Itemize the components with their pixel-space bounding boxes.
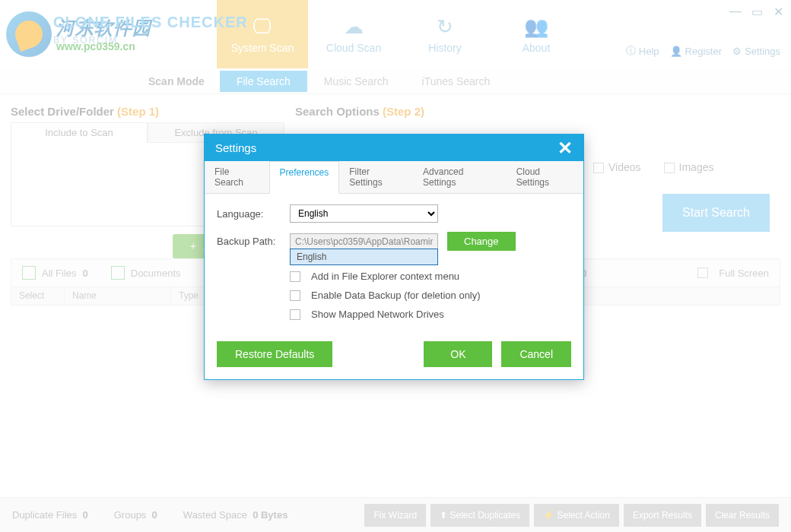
status-duplicate: Duplicate Files 0 <box>12 509 88 521</box>
chk-context-menu[interactable]: Add in File Explorer context menu <box>290 271 571 282</box>
filter-documents[interactable]: Documents <box>111 266 181 280</box>
user-icon: 👤 <box>670 46 682 57</box>
nav-system-scan[interactable]: 🖵 System Scan <box>217 0 308 68</box>
language-dropdown-list: English <box>290 249 438 265</box>
fullscreen-toggle[interactable]: Full Screen <box>697 268 769 279</box>
select-drive-title: Select Drive/Folder (Step 1) <box>11 105 284 118</box>
nav-label: Cloud Scan <box>326 42 381 54</box>
cloud-scan-icon: ☁ <box>344 15 364 39</box>
nav-label: System Scan <box>231 42 294 54</box>
chk-videos[interactable]: Videos <box>593 161 641 173</box>
checkbox-icon <box>697 268 708 278</box>
site-logo-icon <box>6 11 52 57</box>
backup-label: Backup Path: <box>217 236 281 247</box>
help-label: Help <box>639 46 659 57</box>
scanmode-music-search[interactable]: Music Search <box>307 71 405 92</box>
language-select[interactable]: English <box>290 204 438 223</box>
documents-label: Documents <box>131 268 181 279</box>
export-results-button[interactable]: Export Results <box>624 504 701 527</box>
close-icon[interactable]: ✕ <box>771 5 785 18</box>
select-drive-text: Select Drive/Folder <box>11 105 114 118</box>
col-select[interactable]: Select <box>11 287 65 305</box>
dup-val: 0 <box>83 509 88 521</box>
chk-images[interactable]: Images <box>664 161 714 173</box>
ok-button[interactable]: OK <box>424 341 492 367</box>
scan-mode-bar: Scan Mode File Search Music Search iTune… <box>0 68 791 94</box>
start-search-button[interactable]: Start Search <box>662 194 770 232</box>
dlg-tab-preferences[interactable]: Preferences <box>269 161 340 194</box>
status-groups: Groups 0 <box>114 509 157 521</box>
nav-history[interactable]: ↻ History <box>399 0 491 68</box>
nav-label: History <box>428 42 462 54</box>
dlg-tab-file-search[interactable]: File Search <box>205 161 269 193</box>
window-controls: — ▭ ✕ <box>729 5 785 18</box>
clear-results-button[interactable]: Clear Results <box>706 504 779 527</box>
dialog-title-text: Settings <box>215 141 256 154</box>
status-wasted: Wasted Space 0 Bytes <box>183 509 288 521</box>
images-label: Images <box>679 161 714 173</box>
status-buttons: Fix Wizard ⬆ Select Duplicates ⚡ Select … <box>364 504 779 527</box>
sel-act-label: Select Action <box>558 510 610 521</box>
maximize-icon[interactable]: ▭ <box>750 5 764 18</box>
cancel-button[interactable]: Cancel <box>501 341 571 367</box>
groups-val: 0 <box>152 509 157 521</box>
language-option-english[interactable]: English <box>291 249 437 264</box>
tab-include[interactable]: Include to Scan <box>11 122 148 143</box>
chk-label: Enable Data Backup (for deletion only) <box>311 290 481 301</box>
scanmode-itunes-search[interactable]: iTunes Search <box>405 71 507 92</box>
filter-all-files[interactable]: All Files 0 <box>22 266 88 280</box>
search-options-title: Search Options (Step 2) <box>295 105 780 118</box>
fix-wizard-button[interactable]: Fix Wizard <box>364 504 426 527</box>
change-button[interactable]: Change <box>447 232 516 251</box>
status-bar: Duplicate Files 0 Groups 0 Wasted Space … <box>0 497 791 532</box>
chk-mapped-drives[interactable]: Show Mapped Network Drives <box>290 309 571 320</box>
settings-label: Settings <box>745 46 780 57</box>
footer-spacer <box>341 341 415 367</box>
sel-dup-label: Select Duplicates <box>450 510 521 521</box>
dialog-titlebar: Settings ✕ <box>205 135 583 161</box>
scan-mode-label: Scan Mode <box>148 75 205 87</box>
restore-defaults-button[interactable]: Restore Defaults <box>217 341 332 367</box>
minimize-icon[interactable]: — <box>729 5 742 18</box>
checkbox-icon <box>664 163 675 173</box>
nav-cloud-scan[interactable]: ☁ Cloud Scan <box>308 0 399 68</box>
row-language: Language: English <box>217 204 571 223</box>
fullscreen-label: Full Screen <box>719 268 769 279</box>
col-name[interactable]: Name <box>65 287 171 305</box>
backup-path-input[interactable] <box>290 233 438 250</box>
gear-icon: ⚙ <box>732 46 742 57</box>
settings-dialog: Settings ✕ File Search Preferences Filte… <box>204 134 584 380</box>
system-scan-icon: 🖵 <box>253 15 272 39</box>
checkbox-icon <box>290 290 300 301</box>
checkbox-icon <box>593 163 604 173</box>
app-subtitle: BY SORCIM <box>53 35 118 46</box>
chk-label: Add in File Explorer context menu <box>311 271 459 282</box>
dlg-tab-cloud-settings[interactable]: Cloud Settings <box>507 161 583 193</box>
chk-data-backup[interactable]: Enable Data Backup (for deletion only) <box>290 290 571 301</box>
nav-about[interactable]: 👥 About <box>491 0 582 68</box>
checkbox-icon <box>290 309 300 320</box>
history-icon: ↻ <box>437 15 453 39</box>
scanmode-file-search[interactable]: File Search <box>220 71 307 92</box>
plus-icon: ＋ <box>188 239 199 253</box>
videos-label: Videos <box>608 161 641 173</box>
settings-link[interactable]: ⚙Settings <box>732 46 780 57</box>
preferences-checklist: Add in File Explorer context menu Enable… <box>290 271 571 320</box>
select-action-button[interactable]: ⚡ Select Action <box>534 504 619 527</box>
doc-icon <box>111 266 125 280</box>
chk-label: Show Mapped Network Drives <box>311 309 444 320</box>
register-link[interactable]: 👤Register <box>670 46 722 57</box>
language-label: Language: <box>217 208 281 220</box>
dup-label: Duplicate Files <box>12 509 77 521</box>
nav-label: About <box>523 42 551 54</box>
search-options-text: Search Options <box>295 105 380 118</box>
select-duplicates-button[interactable]: ⬆ Select Duplicates <box>430 504 529 527</box>
dlg-tab-advanced-settings[interactable]: Advanced Settings <box>413 161 507 193</box>
dialog-close-icon[interactable]: ✕ <box>558 142 573 154</box>
all-files-count: 0 <box>83 268 88 279</box>
wasted-val: 0 Bytes <box>253 509 287 521</box>
dialog-tabs: File Search Preferences Filter Settings … <box>205 161 583 194</box>
dialog-body: Language: English English Backup Path: C… <box>205 194 583 341</box>
help-link[interactable]: ⓘHelp <box>626 44 659 58</box>
dlg-tab-filter-settings[interactable]: Filter Settings <box>339 161 413 193</box>
